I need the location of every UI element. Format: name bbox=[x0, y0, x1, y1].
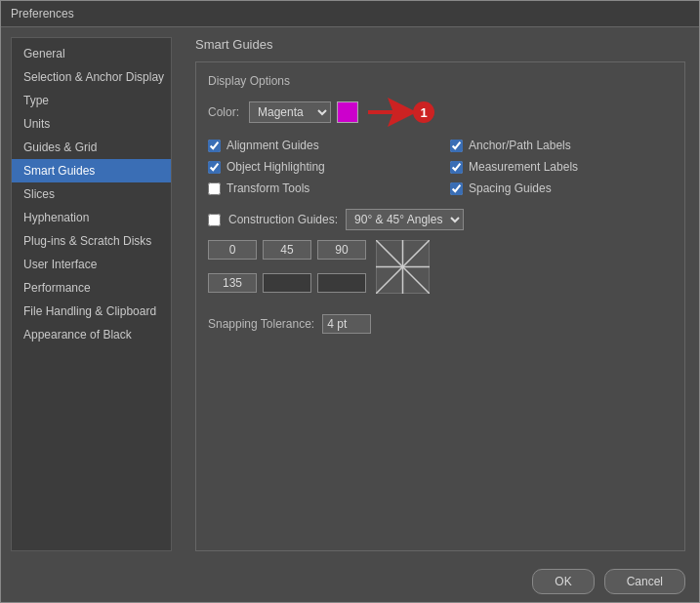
angles-row-1 bbox=[208, 240, 366, 260]
badge-number: 1 bbox=[413, 101, 434, 123]
angle-input-empty-2[interactable] bbox=[317, 273, 366, 293]
star-diagram bbox=[376, 240, 430, 294]
svg-marker-0 bbox=[368, 98, 417, 127]
alignment-guides-label: Alignment Guides bbox=[226, 139, 319, 152]
cancel-button[interactable]: Cancel bbox=[604, 569, 685, 594]
sidebar-item-guides-grid[interactable]: Guides & Grid bbox=[12, 136, 171, 159]
spacing-guides-row: Spacing Guides bbox=[450, 180, 673, 197]
annotation-badge: 1 bbox=[368, 98, 434, 127]
object-highlighting-label: Object Highlighting bbox=[226, 160, 325, 174]
sidebar-item-type[interactable]: Type bbox=[12, 89, 171, 112]
measurement-labels-checkbox[interactable] bbox=[450, 161, 463, 174]
sidebar-item-units[interactable]: Units bbox=[12, 112, 171, 136]
object-highlighting-checkbox[interactable] bbox=[208, 161, 221, 174]
spacing-guides-label: Spacing Guides bbox=[469, 181, 552, 195]
main-content: Smart Guides Display Options Color: Mage… bbox=[182, 27, 699, 561]
angle-input-45[interactable] bbox=[263, 240, 311, 260]
anchor-path-labels-row: Anchor/Path Labels bbox=[450, 137, 673, 154]
ok-button[interactable]: OK bbox=[532, 569, 594, 594]
dialog-body: GeneralSelection & Anchor DisplayTypeUni… bbox=[1, 27, 699, 561]
options-grid: Alignment Guides Anchor/Path Labels Obje… bbox=[208, 137, 673, 197]
construction-guides-dropdown[interactable]: 90° & 45° Angles45° Angles90° Angles bbox=[346, 209, 464, 230]
sidebar-item-appearance-black[interactable]: Appearance of Black bbox=[12, 323, 171, 346]
measurement-labels-label: Measurement Labels bbox=[469, 160, 578, 174]
transform-tools-label: Transform Tools bbox=[226, 181, 309, 195]
construction-area bbox=[208, 240, 673, 302]
angle-input-90[interactable] bbox=[317, 240, 366, 260]
color-row: Color: MagentaCyanYellowGreenRedBlueLigh… bbox=[208, 98, 673, 127]
sidebar-item-plug-ins[interactable]: Plug-ins & Scratch Disks bbox=[12, 229, 171, 253]
snapping-tolerance-row: Snapping Tolerance: bbox=[208, 314, 673, 334]
anchor-path-labels-label: Anchor/Path Labels bbox=[469, 139, 571, 152]
color-label: Color: bbox=[208, 105, 239, 119]
sidebar-item-user-interface[interactable]: User Interface bbox=[12, 253, 171, 276]
angle-input-empty-1[interactable] bbox=[263, 273, 311, 293]
transform-tools-row: Transform Tools bbox=[208, 180, 431, 197]
construction-guides-row: Construction Guides: 90° & 45° Angles45°… bbox=[208, 209, 673, 230]
title-label: Preferences bbox=[11, 7, 74, 20]
transform-tools-checkbox[interactable] bbox=[208, 182, 221, 195]
sidebar-item-file-handling[interactable]: File Handling & Clipboard bbox=[12, 300, 171, 323]
smart-guides-panel: Display Options Color: MagentaCyanYellow… bbox=[195, 61, 685, 551]
color-dropdown[interactable]: MagentaCyanYellowGreenRedBlueLight BlueC… bbox=[249, 101, 331, 123]
snapping-tolerance-label: Snapping Tolerance: bbox=[208, 317, 314, 331]
snapping-tolerance-input[interactable] bbox=[322, 314, 371, 334]
arrow-icon bbox=[368, 98, 417, 127]
preferences-dialog: Preferences GeneralSelection & Anchor Di… bbox=[0, 0, 700, 603]
alignment-guides-row: Alignment Guides bbox=[208, 137, 431, 154]
construction-guides-label: Construction Guides: bbox=[228, 213, 338, 226]
sidebar-item-selection-anchor-display[interactable]: Selection & Anchor Display bbox=[12, 65, 171, 89]
title-bar: Preferences bbox=[1, 1, 699, 27]
construction-guides-checkbox[interactable] bbox=[208, 214, 221, 226]
sidebar-item-smart-guides[interactable]: Smart Guides bbox=[12, 159, 171, 182]
display-options-title: Display Options bbox=[208, 74, 673, 88]
measurement-labels-row: Measurement Labels bbox=[450, 158, 673, 176]
angle-input-0[interactable] bbox=[208, 240, 257, 260]
sidebar-item-performance[interactable]: Performance bbox=[12, 276, 171, 300]
sidebar-item-slices[interactable]: Slices bbox=[12, 182, 171, 206]
sidebar-item-general[interactable]: General bbox=[12, 42, 171, 65]
color-swatch[interactable] bbox=[337, 101, 358, 123]
sidebar: GeneralSelection & Anchor DisplayTypeUni… bbox=[11, 37, 172, 551]
object-highlighting-row: Object Highlighting bbox=[208, 158, 431, 176]
anchor-path-labels-checkbox[interactable] bbox=[450, 140, 463, 152]
alignment-guides-checkbox[interactable] bbox=[208, 140, 221, 152]
angle-input-135[interactable] bbox=[208, 273, 257, 293]
spacing-guides-checkbox[interactable] bbox=[450, 182, 463, 195]
angles-row-2 bbox=[208, 273, 366, 293]
sidebar-item-hyphenation[interactable]: Hyphenation bbox=[12, 206, 171, 229]
angles-inputs bbox=[208, 240, 366, 302]
footer: OK Cancel bbox=[1, 561, 699, 602]
section-title: Smart Guides bbox=[195, 37, 685, 52]
